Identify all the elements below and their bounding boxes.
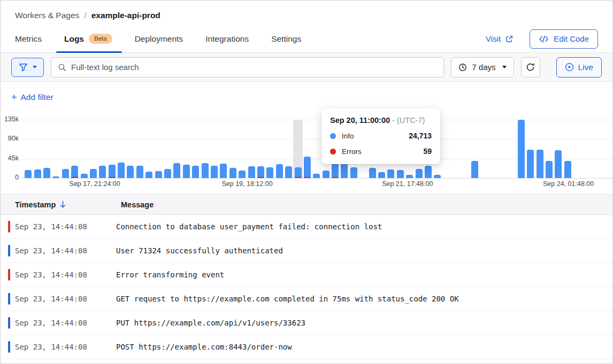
chart-plot[interactable]	[24, 120, 582, 178]
search-icon	[58, 63, 66, 72]
chart-bar[interactable]	[535, 120, 544, 178]
tab-integrations[interactable]: Integrations	[205, 25, 249, 52]
chart-bar[interactable]	[24, 120, 33, 178]
chart-bar[interactable]	[507, 120, 516, 178]
chart-bar[interactable]	[200, 120, 209, 178]
chart-bar[interactable]	[303, 120, 312, 178]
breadcrumb: Workers & Pages / example-api-prod	[1, 1, 612, 20]
chart-bar[interactable]	[163, 120, 172, 178]
chart-bar[interactable]	[275, 120, 284, 178]
chart-bar[interactable]	[70, 120, 79, 178]
chart-bar[interactable]	[191, 120, 200, 178]
chart-bar[interactable]	[172, 120, 181, 178]
chart-bar[interactable]	[479, 120, 488, 178]
chart-bar[interactable]	[442, 120, 451, 178]
table-row[interactable]: Sep 23, 14:44:08 GET request to https://…	[1, 287, 612, 311]
chart-bar[interactable]	[210, 120, 219, 178]
chart-bar[interactable]	[470, 120, 479, 178]
table-row[interactable]: Sep 23, 14:44:08 Error transforming even…	[1, 263, 612, 287]
filter-row: + Add filter	[1, 82, 612, 112]
chart-bar[interactable]	[42, 120, 51, 178]
tab-metrics[interactable]: Metrics	[15, 25, 42, 52]
table-row[interactable]: Sep 23, 14:44:08 User 71324 successfully…	[1, 239, 612, 263]
tooltip-row-info: Info 24,713	[330, 131, 432, 140]
x-axis-tick-label: Sep 21, 17:48:00	[382, 180, 433, 188]
chart-bar[interactable]	[51, 120, 60, 178]
chart-bar[interactable]	[237, 120, 247, 178]
chart-bar[interactable]	[293, 120, 302, 178]
add-filter-label: Add filter	[21, 92, 53, 102]
chart-bar[interactable]	[33, 120, 42, 178]
chart-bar[interactable]	[572, 120, 581, 178]
external-link-icon	[505, 35, 514, 43]
column-header-message[interactable]: Message	[121, 200, 154, 209]
add-filter-button[interactable]: + Add filter	[11, 92, 53, 102]
log-message: GET request to https://example.com compl…	[116, 295, 459, 303]
breadcrumb-section[interactable]: Workers & Pages	[15, 11, 79, 20]
log-timestamp: Sep 23, 14:44:08	[15, 270, 116, 279]
chart-bar[interactable]	[89, 120, 98, 178]
chart-bar[interactable]	[79, 120, 88, 178]
log-table-body: Sep 23, 14:44:08 Connection to database …	[1, 215, 612, 359]
chart-bar[interactable]	[135, 120, 144, 178]
chart-bar[interactable]	[284, 120, 293, 178]
refresh-button[interactable]	[521, 57, 540, 78]
chart-bar[interactable]	[154, 120, 163, 178]
chart-bar[interactable]	[526, 120, 535, 178]
chart-bar[interactable]	[545, 120, 554, 178]
table-row[interactable]: Sep 23, 14:44:08 PUT https://example.com…	[1, 311, 612, 335]
visit-link[interactable]: Visit	[486, 34, 514, 43]
log-timestamp: Sep 23, 14:44:08	[15, 343, 116, 351]
chart-bar[interactable]	[265, 120, 274, 178]
sort-desc-icon[interactable]	[59, 200, 66, 208]
table-row[interactable]: Sep 23, 14:44:08 POST https://example.co…	[1, 335, 612, 359]
log-level-indicator	[8, 221, 10, 233]
column-header-timestamp[interactable]: Timestamp	[15, 200, 121, 209]
chart-bar[interactable]	[144, 120, 154, 178]
visit-label: Visit	[486, 34, 501, 43]
chart-bar[interactable]	[312, 120, 321, 178]
chart-bar[interactable]	[461, 120, 470, 178]
plus-icon: +	[11, 92, 17, 102]
chevron-down-icon	[33, 66, 37, 68]
tab-deployments[interactable]: Deployments	[135, 25, 183, 52]
workers-logs-page: Workers & Pages / example-api-prod Metri…	[0, 0, 613, 364]
edit-code-button[interactable]: Edit Code	[530, 29, 598, 49]
chart-bar[interactable]	[498, 120, 507, 178]
chart-bar[interactable]	[219, 120, 228, 178]
chart-bar[interactable]	[228, 120, 237, 178]
chart-bar[interactable]	[451, 120, 461, 178]
chart-bar[interactable]	[108, 120, 117, 178]
table-row[interactable]: Sep 23, 14:44:08 Connection to database …	[1, 215, 612, 239]
chart-bar[interactable]	[256, 120, 265, 178]
log-level-indicator	[8, 269, 10, 281]
chart-bar[interactable]	[517, 120, 526, 178]
tab-logs[interactable]: Logs Beta	[64, 25, 112, 52]
chart-bar[interactable]	[61, 120, 70, 178]
chart-bar[interactable]	[182, 120, 191, 178]
info-dot-icon	[330, 133, 336, 139]
chart-bar[interactable]	[563, 120, 572, 178]
log-message: User 71324 successfully authenticated	[116, 246, 283, 255]
chart-bar[interactable]	[98, 120, 107, 178]
log-level-indicator	[8, 341, 10, 353]
log-timestamp: Sep 23, 14:44:08	[15, 246, 116, 255]
chevron-down-icon	[502, 66, 507, 68]
log-level-indicator	[8, 293, 10, 305]
y-axis-tick-label: 45k	[1, 154, 19, 162]
filter-menu-button[interactable]	[11, 58, 44, 77]
x-axis-tick-label: Sep 24, 01:48:00	[543, 180, 594, 188]
time-range-button[interactable]: 7 days	[451, 57, 514, 78]
search-input[interactable]	[71, 63, 437, 72]
chart-bar[interactable]	[489, 120, 498, 178]
chart-bar[interactable]	[117, 120, 126, 178]
chart-bar[interactable]	[554, 120, 563, 178]
chart-bar[interactable]	[126, 120, 135, 178]
log-search-box[interactable]	[51, 57, 444, 78]
log-level-indicator	[8, 245, 10, 257]
live-button[interactable]: Live	[556, 57, 602, 78]
log-volume-chart: 135k90k45k0 Sep 17, 21:24:00Sep 19, 18:1…	[1, 112, 612, 194]
chart-bar[interactable]	[247, 120, 256, 178]
edit-code-label: Edit Code	[554, 34, 589, 43]
tab-settings[interactable]: Settings	[271, 25, 301, 52]
